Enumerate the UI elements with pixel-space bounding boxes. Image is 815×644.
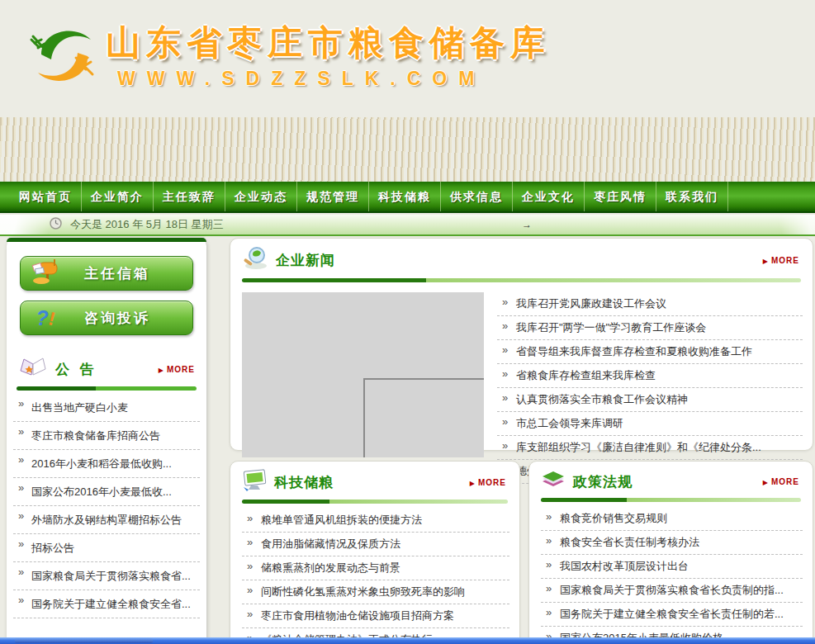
current-date-text: 今天是 2016 年 5月 18日 星期三 <box>70 217 224 232</box>
list-item[interactable]: 我库召开党风廉政建设工作会议 <box>497 292 803 316</box>
list-item[interactable]: 市总工会领导来库调研 <box>497 412 803 436</box>
list-item[interactable]: 国务院关于建立健全粮食安全省长责任制的若... <box>541 603 803 627</box>
nav-item-culture[interactable]: 企业文化 <box>513 182 585 211</box>
open-book-icon <box>18 357 48 381</box>
policy-list: 粮食竞价销售交易规则 粮食安全省长责任制考核办法 我国农村改革顶层设计出台 国家… <box>541 507 803 644</box>
list-item[interactable]: 粮食安全省长责任制考核办法 <box>541 531 803 555</box>
list-item[interactable]: 2016年小麦和稻谷最低收购... <box>13 450 200 478</box>
consult-complaint-label: 咨询投诉 <box>62 309 184 328</box>
list-item[interactable]: 招标公告 <box>13 534 200 562</box>
site-title: 山东省枣庄市粮食储备库 <box>106 20 551 66</box>
news-image-placeholder <box>242 292 484 457</box>
news-more-link[interactable]: MORE <box>763 256 799 265</box>
magnifier-globe-icon <box>242 246 268 274</box>
announcements-underline <box>17 386 197 391</box>
tech-storage-panel: 科技储粮 MORE 粮堆单管通风机组拆装的便捷方法 食用油脂储藏情况及保质方法 … <box>230 461 520 644</box>
director-mailbox-label: 主任信箱 <box>62 264 184 283</box>
policy-underline <box>541 498 801 502</box>
nav-item-company-profile[interactable]: 企业简介 <box>82 182 154 211</box>
nav-item-supply-demand[interactable]: 供求信息 <box>441 182 513 211</box>
question-exclamation-icon: ?! <box>29 306 62 330</box>
tech-list: 粮堆单管通风机组拆装的便捷方法 食用油脂储藏情况及保质方法 储粮熏蒸剂的发展动态… <box>242 509 509 644</box>
policy-title: 政策法规 <box>573 472 633 491</box>
site-logo-icon <box>23 21 102 94</box>
list-item[interactable]: 国家粮食局关于贯彻落实粮食省... <box>13 562 200 590</box>
list-item[interactable]: 国务院关于建立健全粮食安全省... <box>13 590 200 618</box>
list-item[interactable]: 出售当地产硬白小麦 <box>13 394 200 422</box>
list-item[interactable]: 间断性磷化氢熏蒸对米象虫卵致死率的影响 <box>242 580 509 604</box>
news-list: 我库召开党风廉政建设工作会议 我库召开"两学一做"学习教育工作座谈会 省督导组来… <box>497 292 803 484</box>
announcements-header: 公 告 MORE <box>7 357 206 381</box>
nav-item-director-speech[interactable]: 主任致辞 <box>154 182 225 211</box>
list-item[interactable]: 枣庄市粮食储备库招商公告 <box>13 422 200 450</box>
policy-more-link[interactable]: MORE <box>763 477 799 486</box>
list-item[interactable]: 国家公布2016年小麦最低收... <box>13 478 200 506</box>
site-url: WWW.SDZZSLK.COM <box>117 68 486 90</box>
policy-header: 政策法规 MORE <box>529 462 813 494</box>
list-item[interactable]: 食用油脂储藏情况及保质方法 <box>242 533 509 556</box>
taskbar-segment <box>15 638 153 643</box>
policy-book-icon <box>541 469 566 494</box>
wheat-field-decoration <box>0 117 815 182</box>
mailbox-icon <box>29 258 62 288</box>
list-item[interactable]: 我库召开"两学一做"学习教育工作座谈会 <box>497 316 803 340</box>
news-title: 企业新闻 <box>276 251 335 270</box>
computer-monitor-icon <box>242 469 267 495</box>
marquee-arrow-icon: → <box>522 219 532 230</box>
datebar-right-decoration <box>765 215 815 234</box>
news-header: 企业新闻 MORE <box>230 239 813 274</box>
list-item[interactable]: 我国农村改革顶层设计出台 <box>541 555 803 579</box>
tech-more-link[interactable]: MORE <box>470 478 506 487</box>
page: 山东省枣庄市粮食储备库 WWW.SDZZSLK.COM 网站首页 企业简介 主任… <box>0 0 815 644</box>
consult-complaint-button[interactable]: ?! 咨询投诉 <box>20 301 193 335</box>
list-item[interactable]: 库支部组织学习《廉洁自律准则》和《纪律处分条... <box>497 436 803 460</box>
list-item[interactable]: 省粮食库存检查组来我库检查 <box>497 364 803 388</box>
list-item[interactable]: 省督导组来我库督查库存检查和夏粮收购准备工作 <box>497 340 803 364</box>
nav-item-company-news[interactable]: 企业动态 <box>225 182 297 211</box>
company-news-panel: 企业新闻 MORE 我库召开党风廉政建设工作会议 我库召开"两学一做"学习教育工… <box>230 238 813 451</box>
nav-item-home[interactable]: 网站首页 <box>10 182 82 211</box>
list-item[interactable]: 外墙防水及钢结构罩棚招标公告 <box>13 506 200 534</box>
header-banner: 山东省枣庄市粮食储备库 WWW.SDZZSLK.COM <box>0 0 815 182</box>
list-item[interactable]: 粮堆单管通风机组拆装的便捷方法 <box>242 509 509 533</box>
list-item[interactable]: 储粮熏蒸剂的发展动态与前景 <box>242 556 509 580</box>
placeholder-frame-lines <box>363 378 485 457</box>
announcements-title: 公 告 <box>55 360 97 379</box>
main-navigation: 网站首页 企业简介 主任致辞 企业动态 规范管理 科技储粮 供求信息 企业文化 … <box>0 182 815 213</box>
list-item[interactable]: 认真贯彻落实全市粮食工作会议精神 <box>497 388 803 412</box>
nav-item-tech-storage[interactable]: 科技储粮 <box>369 182 441 211</box>
nav-item-management[interactable]: 规范管理 <box>297 182 369 211</box>
announcements-list: 出售当地产硬白小麦 枣庄市粮食储备库招商公告 2016年小麦和稻谷最低收购...… <box>13 394 200 618</box>
nav-item-contact[interactable]: 联系我们 <box>656 182 728 211</box>
list-item[interactable]: 粮食竞价销售交易规则 <box>541 507 803 531</box>
policy-regulation-panel: 政策法规 MORE 粮食竞价销售交易规则 粮食安全省长责任制考核办法 我国农村改… <box>528 461 813 644</box>
datebar-left-decoration <box>0 215 66 234</box>
tech-header: 科技储粮 MORE <box>230 462 519 495</box>
sidebar: 主任信箱 ?! 咨询投诉 公 告 MORE 出售当地产硬白小麦 枣庄市粮食储备库… <box>7 238 206 644</box>
announcements-more-link[interactable]: MORE <box>159 365 195 374</box>
list-item[interactable]: 国家粮食局关于贯彻落实粮食省长负责制的指... <box>541 579 803 603</box>
tech-underline <box>242 500 508 504</box>
list-item[interactable]: 枣庄市食用植物油仓储设施项目招商方案 <box>242 604 509 628</box>
nav-item-zaozhuang[interactable]: 枣庄风情 <box>585 182 656 211</box>
tech-title: 科技储粮 <box>274 473 334 492</box>
taskbar-edge <box>0 637 815 644</box>
director-mailbox-button[interactable]: 主任信箱 <box>20 256 193 291</box>
date-bar: 今天是 2016 年 5月 18日 星期三 → <box>0 215 815 236</box>
